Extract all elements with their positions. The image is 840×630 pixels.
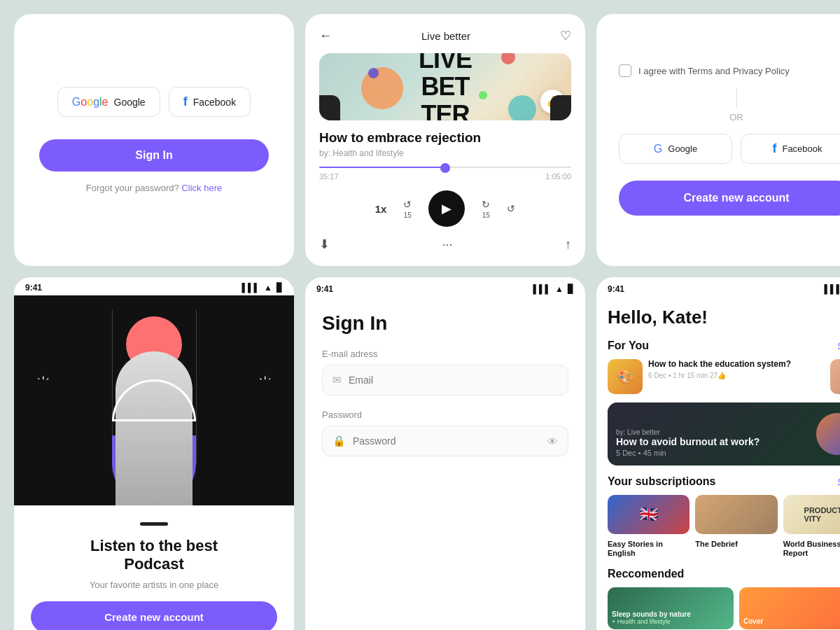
register-google-button[interactable]: G Google: [619, 134, 732, 164]
form-content: Sign In E-mail adress ✉ Password 🔒 👁: [305, 298, 585, 630]
time-current: 35:17: [319, 172, 339, 181]
skip-back-icon: ↺: [403, 199, 412, 210]
signin-button[interactable]: Sign In: [39, 139, 269, 172]
google-icon: Google: [72, 96, 108, 108]
featured-info: by: Live better How to avoid burnout at …: [616, 428, 840, 457]
sub3-name: World Business Report: [783, 540, 840, 558]
email-input[interactable]: [349, 374, 558, 386]
download-button[interactable]: ⬇: [319, 237, 330, 252]
episode-title: How to embrace rejection: [319, 130, 571, 146]
feed-status-bar: 9:41 ▌▌▌ ▲ ▊: [596, 277, 840, 298]
feed-greeting-row: Hello, Kate! ♡: [608, 307, 840, 328]
loop-icon: ↺: [507, 203, 515, 214]
hero-create-button[interactable]: Create new account: [31, 601, 277, 630]
terms-row: I agree with Terms and Privacy Policy: [619, 64, 840, 77]
form-status-icons: ▌▌▌ ▲ ▊: [533, 284, 574, 294]
wing-right: [210, 379, 280, 505]
podcast-app-card: 9:41 ▌▌▌ ▲ ▊ ✳ ✳: [14, 277, 294, 630]
form-status-bar: 9:41 ▌▌▌ ▲ ▊: [305, 277, 585, 298]
splash-teal: [508, 95, 536, 120]
podcast-hero: ✳ ✳ Listen to the best Podcast Your favo…: [14, 295, 294, 630]
recc1-sub: + Health and lifestyle: [612, 618, 691, 625]
person-shape: [115, 351, 192, 505]
email-input-wrap: ✉: [322, 365, 568, 396]
google-signin-button[interactable]: Google Google: [57, 87, 160, 117]
player-header: ← Live better ♡: [319, 28, 571, 43]
social-buttons-top: Google Google f Facebook: [57, 87, 251, 117]
feed-greeting: Hello, Kate!: [608, 307, 708, 328]
subs-see-all[interactable]: See all: [837, 477, 840, 487]
back-button[interactable]: ←: [319, 29, 332, 43]
player-card: ← Live better ♡ LIVE BET TER 👍 How to em…: [305, 14, 585, 266]
loop-button[interactable]: ↺: [507, 203, 515, 214]
episode2-thumb: [830, 359, 840, 394]
for-you-row: 🎨 How to hack the education system? 6 De…: [608, 359, 840, 394]
register-card: I agree with Terms and Privacy Policy OR…: [596, 14, 840, 266]
wifi-icon: ▲: [555, 284, 564, 294]
recommended-section: Reccomended Sleep sounds by nature + Hea…: [608, 568, 840, 629]
toggle-password-button[interactable]: 👁: [547, 435, 558, 447]
google-label: Google: [114, 97, 146, 108]
recc1-title: Sleep sounds by nature: [612, 610, 691, 618]
time-labels: 35:17 1:05:00: [319, 172, 571, 181]
for-you-header: For You See all: [608, 340, 840, 352]
speed-button[interactable]: 1x: [375, 203, 387, 215]
more-button[interactable]: ···: [442, 237, 452, 252]
side-card-left: [319, 95, 340, 120]
feed-time: 9:41: [608, 284, 624, 294]
status-bar: 9:41 ▌▌▌ ▲ ▊: [14, 277, 294, 295]
feed-status-icons: ▌▌▌ ▲ ▊: [825, 284, 840, 294]
playback-controls: 1x ↺ 15 ▶ ↻ 15 ↺: [319, 190, 571, 227]
password-input-wrap: 🔒 👁: [322, 426, 568, 456]
splash-red: [501, 53, 515, 64]
episode1-info: How to hack the education system? 6 Dec …: [648, 359, 823, 379]
signin-form-card: 9:41 ▌▌▌ ▲ ▊ Sign In E-mail adress ✉ Pas…: [305, 277, 585, 630]
signin-card: Google Google f Facebook Sign In Forgot …: [14, 14, 294, 266]
featured-title: How to avoid burnout at work?: [616, 436, 840, 447]
bottom-controls: ⬇ ··· ↑: [319, 237, 571, 252]
wing-left: [28, 379, 98, 505]
hero-art: ✳ ✳: [14, 295, 294, 505]
click-here-link[interactable]: Click here: [181, 183, 222, 193]
create-account-button[interactable]: Create new account: [619, 181, 840, 216]
side-card-right: [550, 95, 571, 120]
facebook-signin-button[interactable]: f Facebook: [169, 87, 251, 117]
google-g-icon: G: [654, 143, 662, 155]
subs-row: 🇬🇧 Easy Stories in English The Debrief P…: [608, 495, 840, 558]
status-icons: ▌▌▌ ▲ ▊: [242, 283, 283, 293]
terms-checkbox[interactable]: [619, 64, 631, 77]
terms-text: I agree with Terms and Privacy Policy: [638, 66, 790, 76]
share-button[interactable]: ↑: [565, 237, 571, 252]
player-title: Live better: [421, 30, 470, 42]
sub1-thumb: 🇬🇧: [608, 495, 690, 534]
for-you-title: For You: [608, 340, 649, 352]
recc-item-2[interactable]: Cover: [739, 587, 840, 629]
sub2-thumb: [695, 495, 777, 534]
skip-forward-button[interactable]: ↻ 15: [482, 199, 490, 219]
signal-icon: ▌▌▌: [533, 284, 552, 294]
play-button[interactable]: ▶: [428, 190, 465, 227]
sub-item-3: PRODUCTIVITY World Business Report: [783, 495, 840, 558]
recc-item-1[interactable]: Sleep sounds by nature + Health and life…: [608, 587, 734, 629]
facebook-icon: f: [183, 94, 188, 109]
for-you-see-all[interactable]: See all: [837, 341, 840, 351]
featured-card[interactable]: by: Live better How to avoid burnout at …: [608, 402, 840, 465]
favorite-button[interactable]: ♡: [560, 28, 571, 43]
featured-meta: 5 Dec • 45 min: [616, 449, 840, 457]
battery-icon: ▊: [276, 283, 283, 293]
scroll-indicator: [140, 522, 168, 526]
password-input[interactable]: [353, 435, 540, 447]
progress-bar[interactable]: [319, 167, 571, 168]
album-text: LIVE BET TER: [419, 53, 472, 120]
email-group: E-mail adress ✉: [322, 349, 568, 396]
register-social-buttons: G Google f Facebook: [619, 134, 840, 164]
sub3-thumb: PRODUCTIVITY: [783, 495, 840, 534]
skip-back-button[interactable]: ↺ 15: [403, 199, 412, 219]
register-facebook-button[interactable]: f Facebook: [741, 134, 840, 164]
episode1-title: How to hack the education system?: [648, 359, 823, 370]
recc2-title: Cover: [743, 617, 763, 625]
episode1-thumb: 🎨: [608, 359, 643, 394]
feed-card: 9:41 ▌▌▌ ▲ ▊ Hello, Kate! ♡ For You See …: [596, 277, 840, 630]
facebook-label: Facebook: [193, 97, 236, 108]
skip-forward-icon: ↻: [482, 199, 490, 210]
